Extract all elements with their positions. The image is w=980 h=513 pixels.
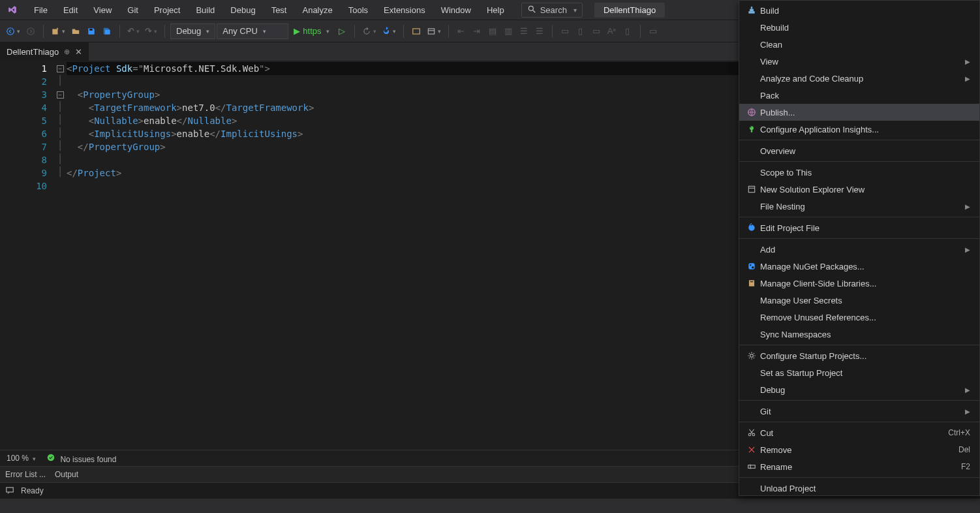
bookmark-prev-button[interactable]: ☰	[532, 24, 547, 39]
fold-cell[interactable]: │	[54, 113, 67, 126]
ctx-add[interactable]: Add▶	[739, 241, 979, 258]
fold-toggle-icon[interactable]: −	[57, 91, 64, 99]
submenu-arrow-icon: ▶	[965, 408, 970, 415]
ctx-publish[interactable]: Publish...	[739, 104, 979, 121]
menu-file[interactable]: File	[26, 3, 55, 18]
menu-help[interactable]: Help	[479, 3, 512, 18]
ctx-build[interactable]: Build	[739, 2, 979, 19]
indent-button[interactable]: ⇥	[470, 24, 484, 39]
feedback-icon[interactable]	[5, 486, 14, 497]
menu-analyze[interactable]: Analyze	[294, 3, 340, 18]
fold-cell[interactable]: │	[54, 139, 67, 152]
ctx-unload-project[interactable]: Unload Project	[739, 480, 979, 496]
tb-misc-4[interactable]: Aᵃ	[605, 24, 619, 39]
context-menu-separator	[739, 477, 979, 478]
ctx-manage-nuget-packages[interactable]: Manage NuGet Packages...	[739, 258, 979, 275]
fold-toggle-icon[interactable]: −	[57, 65, 64, 72]
menu-view[interactable]: View	[85, 3, 119, 18]
fold-cell[interactable]: │	[54, 152, 67, 165]
fold-cell[interactable]: −	[54, 87, 67, 100]
fold-cell[interactable]: │	[54, 126, 67, 139]
ctx-manage-client-side-libraries[interactable]: Manage Client-Side Libraries...	[739, 275, 979, 292]
ctx-configure-application-insights[interactable]: +Configure Application Insights...	[739, 121, 979, 138]
ctx-edit-project-file[interactable]: Edit Project File	[739, 219, 979, 236]
project-title[interactable]: DellentThiago	[594, 3, 665, 18]
menu-edit[interactable]: Edit	[55, 3, 85, 18]
ctx-clean[interactable]: Clean	[739, 36, 979, 53]
menu-debug[interactable]: Debug	[222, 3, 263, 18]
ctx-analyze-and-code-cleanup[interactable]: Analyze and Code Cleanup▶	[739, 70, 979, 87]
solution-platform-combo[interactable]: Any CPU ▾	[217, 23, 288, 39]
fold-cell[interactable]: −	[54, 61, 67, 74]
close-icon[interactable]: ✕	[75, 47, 82, 57]
ctx-remove-unused-references[interactable]: Remove Unused References...	[739, 309, 979, 326]
tb-misc-2[interactable]: ▯	[574, 24, 588, 39]
new-project-button[interactable]	[49, 24, 67, 39]
open-button[interactable]	[69, 24, 83, 39]
ctx-label: Scope to This	[760, 168, 970, 178]
ctx-set-as-startup-project[interactable]: Set as Startup Project	[739, 364, 979, 381]
pin-icon[interactable]: ⊕	[64, 48, 70, 56]
refresh-button[interactable]	[380, 24, 398, 39]
hot-reload-button[interactable]	[360, 24, 378, 39]
save-button[interactable]	[84, 24, 99, 39]
panel-tab-error-list[interactable]: Error List ...	[5, 470, 46, 479]
panel-tab-output[interactable]: Output	[55, 470, 78, 479]
zoom-level[interactable]: 100 %▾	[7, 454, 36, 463]
ctx-label: Sync Namespaces	[760, 330, 970, 339]
menu-build[interactable]: Build	[188, 3, 222, 18]
start-nodebug-button[interactable]: ▷	[335, 24, 349, 39]
tb-misc-3[interactable]: ▭	[589, 24, 604, 39]
menu-tools[interactable]: Tools	[341, 3, 376, 18]
chevron-down-icon: ▾	[574, 7, 577, 14]
nav-forward-button[interactable]	[23, 24, 38, 39]
window-layout-button[interactable]	[425, 24, 443, 39]
ctx-overview[interactable]: Overview	[739, 142, 979, 159]
ctx-file-nesting[interactable]: File Nesting▶	[739, 198, 979, 215]
ctx-view[interactable]: View▶	[739, 53, 979, 70]
status-text: Ready	[21, 486, 44, 495]
line-number: 9	[0, 166, 47, 179]
undo-button[interactable]: ↶	[125, 24, 142, 39]
bookmark-button[interactable]: ☰	[517, 24, 531, 39]
ctx-rebuild[interactable]: Rebuild	[739, 19, 979, 36]
fold-cell[interactable]: │	[54, 100, 67, 113]
menu-project[interactable]: Project	[146, 3, 188, 18]
search-box[interactable]: Search ▾	[521, 3, 583, 18]
solution-config-combo[interactable]: Debug ▾	[170, 23, 215, 39]
save-all-button[interactable]	[100, 24, 114, 39]
browser-link-button[interactable]	[409, 24, 423, 39]
menu-extensions[interactable]: Extensions	[376, 3, 433, 18]
fold-cell[interactable]: │	[54, 74, 67, 87]
tab-dellentthiago[interactable]: DellentThiago ⊕ ✕	[0, 42, 89, 61]
tb-misc-6[interactable]: ▭	[646, 24, 660, 39]
ctx-new-solution-explorer-view[interactable]: New Solution Explorer View	[739, 181, 979, 198]
ctx-manage-user-secrets[interactable]: Manage User Secrets	[739, 292, 979, 309]
ctx-debug[interactable]: Debug▶	[739, 381, 979, 398]
svg-rect-18	[748, 186, 754, 192]
menu-window[interactable]: Window	[433, 3, 479, 18]
tb-misc-5[interactable]: ▯	[620, 24, 635, 39]
ctx-pack[interactable]: Pack	[739, 87, 979, 104]
nav-back-button[interactable]	[4, 24, 22, 39]
fold-cell[interactable]: │	[54, 165, 67, 178]
start-debug-button[interactable]: ▶ https	[290, 24, 333, 39]
outdent-button[interactable]: ⇤	[454, 24, 468, 39]
ctx-label: Edit Project File	[760, 223, 970, 233]
menu-git[interactable]: Git	[119, 3, 146, 18]
menu-test[interactable]: Test	[264, 3, 295, 18]
comment-button[interactable]: ▤	[485, 24, 500, 39]
ctx-configure-startup-projects[interactable]: Configure Startup Projects...	[739, 347, 979, 364]
ctx-git[interactable]: Git▶	[739, 403, 979, 420]
ctx-rename[interactable]: RenameF2	[739, 458, 979, 475]
redo-button[interactable]: ↷	[143, 24, 159, 39]
tb-misc-1[interactable]: ▭	[558, 24, 572, 39]
ctx-cut[interactable]: CutCtrl+X	[739, 424, 979, 441]
uncomment-button[interactable]: ▥	[501, 24, 515, 39]
ctx-sync-namespaces[interactable]: Sync Namespaces	[739, 326, 979, 343]
project-context-menu: BuildRebuildCleanView▶Analyze and Code C…	[739, 0, 980, 496]
issues-indicator[interactable]: No issues found	[46, 453, 116, 464]
ctx-scope-to-this[interactable]: Scope to This	[739, 164, 979, 181]
context-menu-separator	[739, 345, 979, 345]
ctx-remove[interactable]: RemoveDel	[739, 441, 979, 458]
